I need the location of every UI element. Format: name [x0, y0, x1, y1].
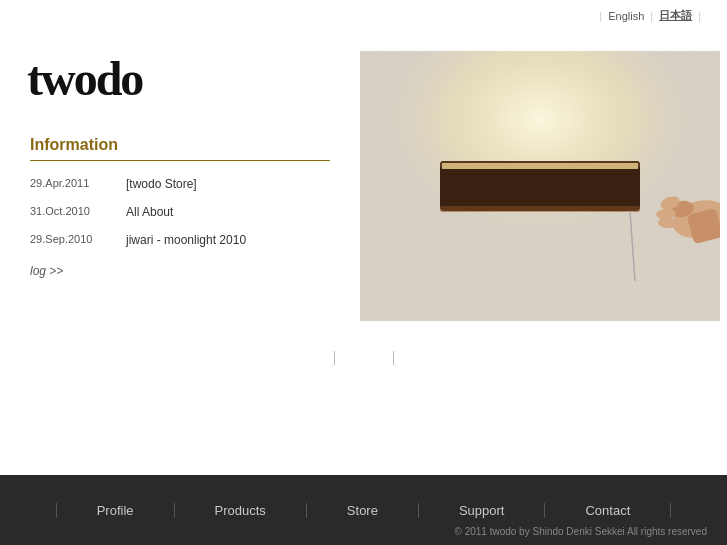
nav-profile[interactable]: Profile: [56, 503, 175, 518]
info-row-2: 31.Oct.2010 All About: [30, 205, 330, 219]
footer-copyright: © 2011 twodo by Shindo Denki Sekkei All …: [454, 526, 707, 537]
info-text-3: jiwari - moonlight 2010: [126, 233, 246, 247]
product-image: jiwari - moonlight Room lighting for rel…: [360, 51, 720, 321]
info-divider: [30, 160, 330, 161]
info-heading: Information: [30, 136, 330, 154]
info-section: Information 29.Apr.2011 [twodo Store] 31…: [30, 136, 330, 279]
left-column: twodo Information 29.Apr.2011 [twodo Sto…: [30, 51, 330, 321]
japanese-link[interactable]: 日本語: [659, 8, 692, 23]
nav-contact[interactable]: Contact: [545, 503, 671, 518]
info-text-2: All About: [126, 205, 173, 219]
separator-3: |: [698, 10, 701, 22]
separator-1: |: [599, 10, 602, 22]
info-row-3: 29.Sep.2010 jiwari - moonlight 2010: [30, 233, 330, 247]
right-column: jiwari - moonlight Room lighting for rel…: [360, 51, 697, 321]
info-text-1: [twodo Store]: [126, 177, 197, 191]
bottom-nav: Profile Products Store Support Contact ©…: [0, 475, 727, 545]
nav-links: Profile Products Store Support Contact: [0, 503, 727, 518]
separator-2: |: [650, 10, 653, 22]
nav-support[interactable]: Support: [419, 503, 546, 518]
nav-store[interactable]: Store: [307, 503, 419, 518]
svg-rect-7: [440, 206, 640, 212]
info-date-1: 29.Apr.2011: [30, 177, 110, 191]
mid-divider-2: [393, 351, 394, 365]
language-bar: | English | 日本語 |: [0, 0, 727, 31]
info-date-2: 31.Oct.2010: [30, 205, 110, 219]
info-date-3: 29.Sep.2010: [30, 233, 110, 247]
info-row-1: 29.Apr.2011 [twodo Store]: [30, 177, 330, 191]
site-logo: twodo: [27, 51, 330, 106]
mid-divider-1: [334, 351, 335, 365]
svg-rect-6: [442, 163, 638, 169]
nav-products[interactable]: Products: [175, 503, 307, 518]
log-link[interactable]: log >>: [30, 264, 63, 278]
english-link[interactable]: English: [608, 10, 644, 22]
main-content: twodo Information 29.Apr.2011 [twodo Sto…: [0, 31, 727, 341]
product-image-svg: [360, 51, 720, 321]
